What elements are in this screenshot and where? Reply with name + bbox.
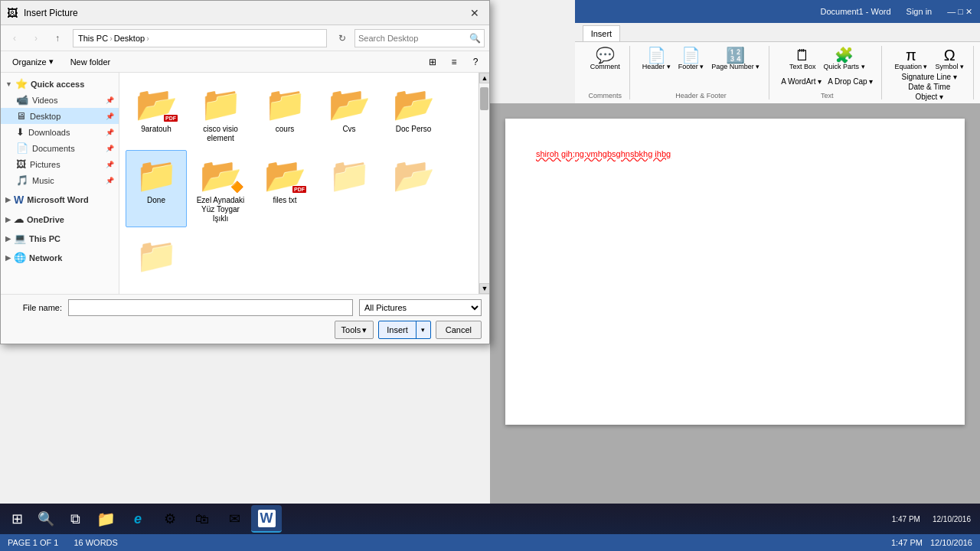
- start-button[interactable]: ⊞: [3, 505, 31, 533]
- search-bar: 🔍: [354, 29, 485, 47]
- folder-ezel[interactable]: 📂 🔶 Ezel Aynadaki Yüz Toygar Işıklı: [190, 150, 251, 227]
- sidebar-item-desktop[interactable]: 🖥 Desktop 📌: [1, 108, 119, 124]
- dialog-nav-toolbar: ‹ › ↑ This PC › Desktop › ↻ 🔍: [1, 25, 489, 51]
- view-options-button[interactable]: ⊞: [423, 54, 442, 70]
- folder-partial-2[interactable]: 📂: [383, 150, 444, 227]
- onedrive-icon: ☁: [14, 214, 24, 225]
- insert-main-button[interactable]: Insert: [379, 321, 416, 338]
- view-change-button[interactable]: ≡: [445, 54, 463, 70]
- tab-insert[interactable]: Insert: [583, 25, 621, 41]
- tools-arrow-icon: ▾: [362, 325, 367, 335]
- ribbon-group-text: 🗒 Text Box 🧩 Quick Parts ▾ A WordArt ▾ A: [773, 46, 882, 99]
- mail-icon: ✉: [229, 510, 240, 527]
- quick-parts-icon: 🧩: [835, 47, 854, 63]
- network-header[interactable]: ▶ 🌐 Network: [1, 249, 119, 266]
- folder-cours-thumb: 📁: [262, 83, 308, 125]
- help-button[interactable]: ?: [466, 54, 485, 70]
- symbol-btn[interactable]: Ω Symbol ▾: [932, 46, 967, 72]
- text-row2: A WordArt ▾ A Drop Cap ▾: [779, 77, 875, 86]
- edge-icon: e: [134, 511, 142, 527]
- breadcrumb-sep2: ›: [146, 34, 149, 43]
- microsoft-word-header[interactable]: ▶ W Microsoft Word: [1, 191, 119, 208]
- textbox-btn[interactable]: 🗒 Text Box: [786, 46, 819, 72]
- footer-btn[interactable]: 📄 Footer ▾: [675, 46, 707, 72]
- network-icon: 🌐: [14, 252, 26, 263]
- folder-9aratouh[interactable]: 📂 PDF 9aratouh: [126, 79, 187, 147]
- scroll-track[interactable]: [479, 83, 489, 283]
- signature-label: Signature Line ▾: [902, 73, 957, 81]
- ribbon-tabs: Insert: [575, 23, 980, 42]
- forward-button[interactable]: ›: [27, 29, 45, 47]
- edge-taskbar[interactable]: e: [122, 505, 153, 533]
- folder-partial-1[interactable]: 📁: [318, 150, 380, 227]
- equation-btn[interactable]: π Equation ▾: [891, 46, 930, 72]
- folder-doc-perso[interactable]: 📂 Doc Perso: [383, 79, 444, 147]
- folder-done[interactable]: 📁 Done: [126, 150, 187, 227]
- scroll-thumb[interactable]: [480, 87, 488, 110]
- refresh-button[interactable]: ↻: [333, 29, 351, 47]
- filename-input[interactable]: [68, 299, 353, 316]
- quick-access-header[interactable]: ▼ ⭐ Quick access: [1, 76, 119, 92]
- mail-taskbar[interactable]: ✉: [219, 505, 250, 533]
- new-folder-button[interactable]: New folder: [64, 54, 118, 70]
- folder-partial-3[interactable]: 📁: [126, 230, 187, 280]
- comment-label: Comment: [590, 63, 620, 70]
- quick-access-label: Quick access: [31, 80, 84, 89]
- search-input[interactable]: [358, 34, 468, 43]
- wordart-btn[interactable]: A WordArt ▾: [779, 77, 824, 86]
- organize-button[interactable]: Organize ▾: [5, 54, 60, 70]
- vlc-badge: 🔶: [230, 181, 243, 193]
- folder-cvs[interactable]: 📂 Cvs: [318, 79, 380, 147]
- folder-cours-label: cours: [276, 125, 294, 134]
- quick-parts-btn[interactable]: 🧩 Quick Parts ▾: [821, 46, 868, 72]
- word-page[interactable]: shiroh gih;ng:vmhgbsghnsbkhg ihbg: [505, 119, 965, 425]
- sidebar-item-documents[interactable]: 📄 Documents 📌: [1, 140, 119, 156]
- sidebar-item-pictures[interactable]: 🖼 Pictures 📌: [1, 156, 119, 172]
- word-taskbar[interactable]: W: [251, 505, 282, 533]
- wordart-label: WordArt ▾: [788, 77, 822, 86]
- cancel-button[interactable]: Cancel: [436, 321, 482, 339]
- back-button[interactable]: ‹: [5, 29, 24, 47]
- folder-cisco[interactable]: 📁 cisco visio element: [190, 79, 251, 147]
- pin-icon-downloads: 📌: [106, 129, 114, 136]
- this-pc-section: ▶ 💻 This PC: [1, 230, 119, 246]
- folder-cours[interactable]: 📁 cours: [254, 79, 315, 147]
- sidebar-item-music[interactable]: 🎵 Music 📌: [1, 172, 119, 188]
- insert-button[interactable]: Insert ▾: [378, 321, 431, 339]
- tools-button[interactable]: Tools ▾: [335, 321, 374, 339]
- taskbar-right: 1:47 PM 12/10/2016: [892, 515, 977, 523]
- scroll-up-button[interactable]: ▲: [479, 73, 489, 83]
- start-icon: ⊞: [11, 510, 23, 527]
- comment-btn[interactable]: 💬 Comment: [587, 46, 623, 72]
- signature-btn[interactable]: Signature Line ▾: [900, 72, 959, 82]
- up-button[interactable]: ↑: [48, 29, 67, 47]
- datetime-btn[interactable]: Date & Time: [906, 82, 952, 92]
- signin-btn[interactable]: Sign in: [906, 7, 933, 16]
- filetype-select[interactable]: All Pictures JPEG PNG: [359, 299, 482, 316]
- music-icon: 🎵: [16, 174, 28, 186]
- microsoft-word-section: ▶ W Microsoft Word: [1, 191, 119, 208]
- sidebar-item-downloads[interactable]: ⬇ Downloads 📌: [1, 124, 119, 140]
- datetime-label: Date & Time: [908, 83, 950, 91]
- header-btn[interactable]: 📄 Header ▾: [639, 46, 674, 72]
- file-explorer-taskbar[interactable]: 📁: [90, 505, 121, 533]
- close-button[interactable]: ✕: [466, 5, 483, 21]
- scroll-down-button[interactable]: ▼: [479, 283, 489, 294]
- folder-files-txt[interactable]: 📂 PDF files txt: [254, 150, 315, 227]
- word-label: Microsoft Word: [27, 195, 88, 204]
- sidebar-item-videos[interactable]: 📹 Videos 📌: [1, 92, 119, 108]
- store-taskbar[interactable]: 🛍: [187, 505, 217, 533]
- object-btn[interactable]: Object ▾: [913, 92, 946, 102]
- this-pc-header[interactable]: ▶ 💻 This PC: [1, 230, 119, 246]
- search-button[interactable]: 🔍: [32, 505, 60, 533]
- text-row1: 🗒 Text Box 🧩 Quick Parts ▾: [786, 46, 868, 72]
- folder-cours-icon: 📁: [264, 84, 306, 124]
- page-number-btn[interactable]: 🔢 Page Number ▾: [708, 46, 763, 72]
- settings-taskbar[interactable]: ⚙: [155, 505, 185, 533]
- task-view-button[interactable]: ⧉: [61, 505, 89, 533]
- onedrive-header[interactable]: ▶ ☁ OneDrive: [1, 211, 119, 227]
- quick-access-expand-icon: ▼: [5, 80, 12, 88]
- insert-dropdown-button[interactable]: ▾: [416, 321, 430, 338]
- dropcap-btn[interactable]: A Drop Cap ▾: [825, 77, 875, 86]
- word-document-area: shiroh gih;ng:vmhgbsghnsbkhg ihbg: [490, 103, 980, 513]
